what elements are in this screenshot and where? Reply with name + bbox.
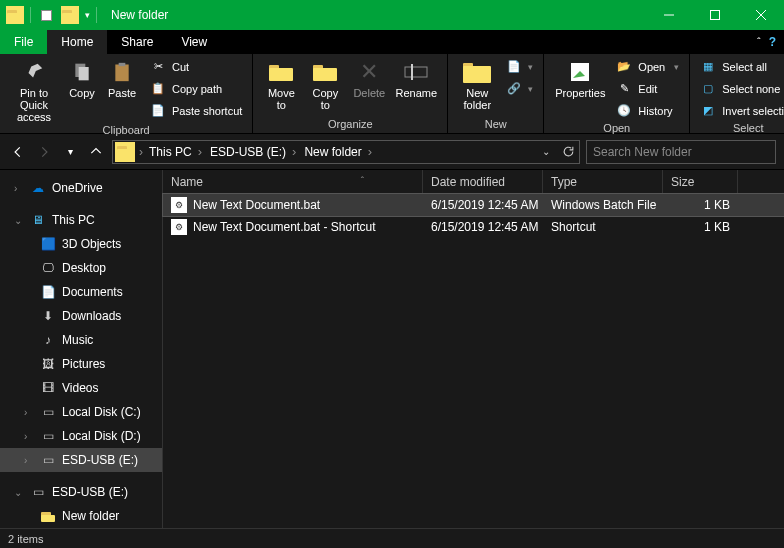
column-size[interactable]: Size	[663, 170, 738, 193]
open-icon: 📂	[616, 59, 632, 75]
group-label: Select	[696, 121, 784, 137]
pin-to-quick-access-button[interactable]: Pin to Quick access	[6, 56, 62, 123]
drive-icon: ▭	[40, 404, 56, 420]
move-to-button[interactable]: Move to	[259, 56, 303, 111]
select-all-icon: ▦	[700, 59, 716, 75]
breadcrumb[interactable]: This PC	[145, 144, 206, 159]
3d-icon: 🟦	[40, 236, 56, 252]
rename-button[interactable]: Rename	[391, 56, 441, 99]
tab-view[interactable]: View	[167, 30, 221, 54]
back-button[interactable]	[8, 142, 28, 162]
history-icon: 🕓	[616, 103, 632, 119]
tree-esd-usb[interactable]: ⌄▭ESD-USB (E:)	[0, 480, 162, 504]
pictures-icon: 🖼	[40, 356, 56, 372]
tree-item[interactable]: ⬇Downloads	[0, 304, 162, 328]
svg-rect-5	[79, 67, 89, 80]
edit-button[interactable]: ✎Edit	[612, 78, 683, 99]
paste-shortcut-button[interactable]: 📄Paste shortcut	[146, 100, 246, 121]
group-label: Clipboard	[6, 123, 246, 139]
svg-rect-6	[115, 65, 128, 82]
tree-this-pc[interactable]: ⌄🖥This PC	[0, 208, 162, 232]
forward-button[interactable]	[34, 142, 54, 162]
copy-to-icon	[309, 58, 341, 86]
chevron-up-icon[interactable]: ˆ	[757, 36, 761, 48]
tab-share[interactable]: Share	[107, 30, 167, 54]
breadcrumb[interactable]: ESD-USB (E:)	[206, 144, 300, 159]
pc-icon: 🖥	[30, 212, 46, 228]
column-name[interactable]: Nameˆ	[163, 170, 423, 193]
copy-to-button[interactable]: Copy to	[303, 56, 347, 111]
column-type[interactable]: Type	[543, 170, 663, 193]
titlebar: ▾ New folder	[0, 0, 784, 30]
select-none-button[interactable]: ▢Select none	[696, 78, 784, 99]
search-input[interactable]: Search New folder	[586, 140, 776, 164]
tree-new-folder[interactable]: New folder	[0, 504, 162, 528]
navigation-tree: ›☁OneDrive ⌄🖥This PC 🟦3D Objects🖵Desktop…	[0, 170, 163, 528]
tree-item[interactable]: 📄Documents	[0, 280, 162, 304]
file-icon: ⚙	[171, 219, 187, 235]
copy-button[interactable]: Copy	[62, 56, 102, 99]
tab-file[interactable]: File	[0, 30, 47, 54]
copy-icon	[66, 58, 98, 86]
delete-icon: ✕	[353, 58, 385, 86]
group-label: New	[454, 117, 537, 133]
maximize-button[interactable]	[692, 0, 738, 30]
copy-path-button[interactable]: 📋Copy path	[146, 78, 246, 99]
help-icon[interactable]: ?	[769, 35, 776, 49]
ribbon: Pin to Quick access Copy Paste ✂Cut 📋Cop…	[0, 54, 784, 134]
group-organize: Move to Copy to ✕Delete Rename Organize	[253, 54, 448, 133]
properties-icon	[564, 58, 596, 86]
tree-item[interactable]: 🖵Desktop	[0, 256, 162, 280]
properties-button[interactable]: Properties	[550, 56, 610, 99]
tree-item[interactable]: 🖼Pictures	[0, 352, 162, 376]
tree-item[interactable]: ›▭Local Disk (D:)	[0, 424, 162, 448]
tree-item[interactable]: ›▭ESD-USB (E:)	[0, 448, 162, 472]
select-all-button[interactable]: ▦Select all	[696, 56, 784, 77]
new-folder-button[interactable]: New folder	[454, 56, 500, 111]
column-date[interactable]: Date modified	[423, 170, 543, 193]
tree-item[interactable]: ♪Music	[0, 328, 162, 352]
separator	[30, 7, 31, 23]
delete-button[interactable]: ✕Delete	[347, 56, 391, 99]
properties-icon[interactable]	[37, 6, 55, 24]
downloads-icon: ⬇	[40, 308, 56, 324]
file-icon: ⚙	[171, 197, 187, 213]
recent-locations-button[interactable]: ▾	[60, 142, 80, 162]
qat-dropdown-icon[interactable]: ▾	[85, 10, 90, 20]
tree-onedrive[interactable]: ›☁OneDrive	[0, 176, 162, 200]
svg-rect-8	[405, 67, 427, 77]
easy-access-button[interactable]: 🔗▾	[502, 78, 537, 99]
tab-home[interactable]: Home	[47, 30, 107, 54]
minimize-button[interactable]	[646, 0, 692, 30]
cut-button[interactable]: ✂Cut	[146, 56, 246, 77]
new-item-button[interactable]: 📄▾	[502, 56, 537, 77]
status-text: 2 items	[8, 533, 43, 545]
close-button[interactable]	[738, 0, 784, 30]
tree-item[interactable]: 🟦3D Objects	[0, 232, 162, 256]
tree-item[interactable]: 🎞Videos	[0, 376, 162, 400]
window-buttons	[646, 0, 784, 30]
address-bar[interactable]: › This PC ESD-USB (E:) New folder ⌄	[112, 140, 580, 164]
desktop-icon: 🖵	[40, 260, 56, 276]
table-row[interactable]: ⚙New Text Document.bat - Shortcut6/15/20…	[163, 216, 784, 238]
folder-icon	[6, 6, 24, 24]
easy-access-icon: 🔗	[506, 81, 522, 97]
copy-path-icon: 📋	[150, 81, 166, 97]
table-row[interactable]: ⚙New Text Document.bat6/15/2019 12:45 AM…	[163, 194, 784, 216]
invert-selection-button[interactable]: ◩Invert selection	[696, 100, 784, 121]
file-list: Nameˆ Date modified Type Size ⚙New Text …	[163, 170, 784, 528]
new-folder-qat-icon[interactable]	[61, 6, 79, 24]
paste-button[interactable]: Paste	[102, 56, 142, 99]
up-button[interactable]	[86, 142, 106, 162]
breadcrumb[interactable]: New folder	[300, 144, 376, 159]
refresh-button[interactable]	[557, 145, 579, 158]
group-clipboard: Pin to Quick access Copy Paste ✂Cut 📋Cop…	[0, 54, 253, 133]
address-dropdown-button[interactable]: ⌄	[535, 146, 557, 157]
open-button[interactable]: 📂Open▾	[612, 56, 683, 77]
cloud-icon: ☁	[30, 180, 46, 196]
history-button[interactable]: 🕓History	[612, 100, 683, 121]
rename-icon	[400, 58, 432, 86]
new-item-icon: 📄	[506, 59, 522, 75]
group-new: New folder 📄▾ 🔗▾ New	[448, 54, 544, 133]
tree-item[interactable]: ›▭Local Disk (C:)	[0, 400, 162, 424]
